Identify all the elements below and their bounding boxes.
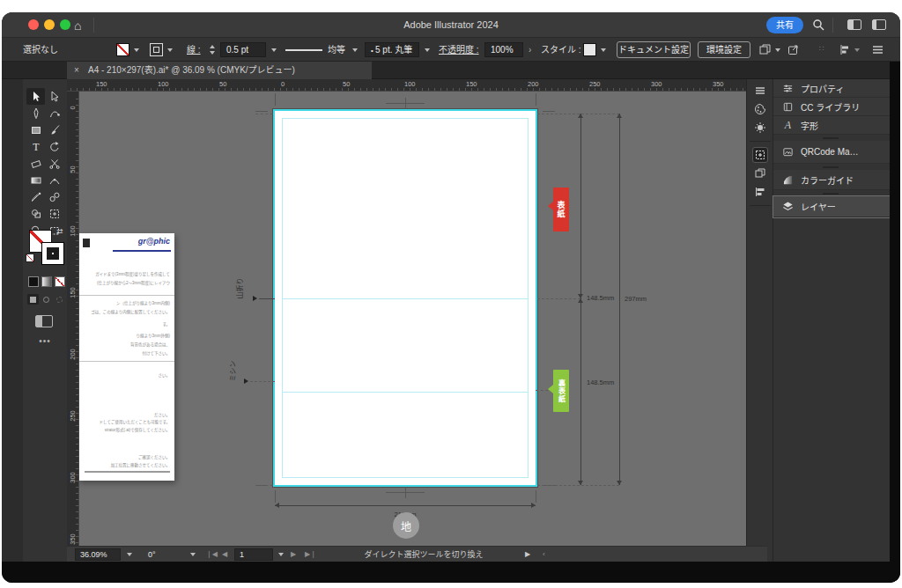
fold-arrow: [253, 296, 257, 301]
panel-grip-zone[interactable]: [773, 190, 891, 196]
arrange-docs-icon[interactable]: [759, 44, 771, 58]
zoom-chevron-icon[interactable]: [127, 553, 132, 556]
none-mode-icon[interactable]: [55, 276, 65, 287]
scissors-tool[interactable]: [45, 155, 63, 172]
preview-text: ン（仕上がり線より3mm内側): [116, 300, 170, 305]
stroke-width-stepper[interactable]: [210, 45, 216, 55]
style-chevron-icon[interactable]: [601, 48, 606, 52]
export-icon[interactable]: [787, 44, 799, 58]
edit-toolbar-icon[interactable]: •••: [23, 336, 67, 346]
dash-connector: [537, 298, 580, 299]
gradient-mode-icon[interactable]: [41, 276, 52, 287]
opacity-field[interactable]: 100%: [484, 42, 523, 57]
default-fill-stroke-icon[interactable]: [26, 254, 34, 262]
panel-grip-zone[interactable]: [773, 164, 891, 170]
pages-icon[interactable]: [753, 166, 767, 180]
tab-cc-libraries[interactable]: CC ライブラリ: [773, 98, 891, 116]
horizontal-ruler[interactable]: 150 100 50 0 50 100 150 200 250 300 350 …: [67, 79, 767, 92]
tab-glyphs[interactable]: A 字形: [773, 116, 891, 135]
hint-expand-icon[interactable]: ▶: [525, 547, 530, 562]
stroke-width-chevron-icon[interactable]: [271, 48, 277, 52]
tab-properties[interactable]: プロパティ: [773, 79, 891, 98]
rotation-field[interactable]: 0°: [143, 548, 185, 561]
draw-behind-icon[interactable]: [41, 294, 52, 305]
last-page-icon[interactable]: ▶❘: [305, 547, 316, 562]
swap-fill-stroke-icon[interactable]: ⇄: [56, 227, 63, 236]
tab-color-guide[interactable]: カラーガイド: [773, 170, 891, 190]
stroke-profile-chevron-icon[interactable]: [352, 48, 358, 52]
toggle-sidebar-icon[interactable]: [872, 19, 886, 30]
document-setup-button[interactable]: ドキュメント設定: [617, 41, 691, 58]
stroke-label[interactable]: 線 :: [187, 38, 201, 62]
stroke-color-indicator[interactable]: [41, 242, 64, 265]
rotation-chevron-icon[interactable]: [190, 553, 196, 556]
draw-inside-icon[interactable]: [54, 294, 65, 305]
tab-layers[interactable]: レイヤー: [773, 196, 891, 217]
screen-mode-icon[interactable]: [35, 315, 53, 327]
next-page-icon[interactable]: ▶: [291, 547, 296, 562]
artboard-tool[interactable]: [45, 205, 63, 222]
page-chevron-icon[interactable]: [278, 553, 284, 556]
prev-page-icon[interactable]: ◀: [222, 547, 227, 562]
color-palette-icon[interactable]: [753, 102, 767, 116]
share-button[interactable]: 共有: [766, 17, 803, 33]
dimension-arrow: [578, 481, 583, 485]
width-tool[interactable]: [45, 172, 63, 188]
style-swatch[interactable]: [583, 43, 596, 56]
rectangle-tool[interactable]: [26, 121, 45, 138]
curvature-tool[interactable]: [45, 105, 63, 121]
align-bars-icon[interactable]: [753, 185, 767, 199]
eyedropper-tool[interactable]: [26, 188, 45, 205]
canvas[interactable]: 148.5mm 148.5mm 297mm 210mm 表紙 裏表紙: [79, 92, 767, 562]
adjust-icon[interactable]: [753, 121, 767, 135]
page-number-field[interactable]: 1: [234, 548, 273, 561]
vertical-ruler[interactable]: 0 50 100 150 200 250 300 350: [67, 92, 79, 562]
artboard[interactable]: [275, 111, 536, 485]
document-tab[interactable]: × A4 - 210×297(表).ai* @ 36.09 % (CMYK/プレ…: [67, 62, 372, 79]
panel-grip-zone[interactable]: [773, 135, 891, 141]
artboards-panel-icon[interactable]: [753, 148, 767, 162]
shape-builder-tool[interactable]: [26, 205, 45, 222]
selection-tool[interactable]: [26, 88, 45, 105]
menu-list-icon[interactable]: [872, 44, 884, 58]
eraser-tool[interactable]: [26, 155, 45, 172]
align-panel-icon[interactable]: [839, 44, 850, 58]
blend-tool[interactable]: [45, 188, 63, 205]
rotate-tool[interactable]: [45, 138, 63, 155]
direct-selection-tool[interactable]: [45, 88, 63, 105]
preferences-button[interactable]: 環境設定: [698, 41, 750, 58]
opacity-label[interactable]: 不透明度 :: [439, 38, 479, 62]
draw-normal-icon[interactable]: [27, 294, 39, 305]
zoom-level-field[interactable]: 36.09%: [75, 548, 121, 561]
hint-back-icon[interactable]: ‹: [543, 547, 545, 562]
arrange-windows-icon[interactable]: [847, 19, 861, 30]
tab-qrcode-maker[interactable]: QRCode Ma…: [773, 141, 891, 164]
fill-color-swatch[interactable]: [116, 43, 129, 56]
brush-chevron-icon[interactable]: [425, 48, 430, 52]
preview-text: す。: [162, 321, 170, 327]
brush-field[interactable]: • 5 pt. 丸筆: [365, 42, 419, 57]
dimension-arrow: [275, 503, 279, 508]
search-icon[interactable]: [812, 18, 824, 34]
stroke-profile-value[interactable]: 均等: [328, 38, 345, 62]
template-instructions-preview[interactable]: gr@phic ガイドまで(3mm程度)塗り足しを作成して (仕上がり線から2〜…: [79, 233, 174, 481]
qrcode-icon: [782, 146, 794, 158]
menu-lines-icon[interactable]: [753, 84, 767, 98]
stroke-width-field[interactable]: 0.5 pt: [220, 42, 266, 57]
gradient-tool[interactable]: [26, 172, 45, 188]
trim-mark: [536, 93, 536, 106]
dimension-arrow: [578, 298, 583, 303]
close-document-icon[interactable]: ×: [74, 62, 79, 79]
align-chevron-icon[interactable]: [854, 48, 860, 52]
fill-chevron-icon[interactable]: [134, 48, 139, 52]
dimension-line: [619, 114, 620, 485]
color-mode-icon[interactable]: [28, 276, 39, 287]
paintbrush-tool[interactable]: [45, 121, 63, 138]
stroke-chevron-icon[interactable]: [167, 48, 173, 52]
arrange-docs-chevron-icon[interactable]: [775, 48, 780, 52]
first-page-icon[interactable]: ❘◀: [206, 547, 218, 562]
pen-tool[interactable]: [26, 105, 45, 121]
type-tool[interactable]: T: [26, 138, 45, 155]
stroke-color-swatch[interactable]: [150, 43, 163, 56]
opacity-expand-arrow[interactable]: ›: [529, 38, 531, 62]
